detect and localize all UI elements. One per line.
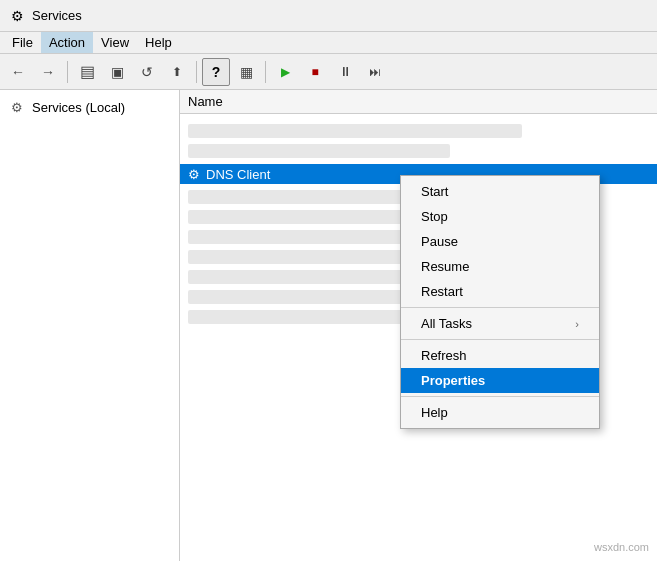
step-button[interactable]: ⏭ [361,58,389,86]
list-button[interactable]: ▣ [103,58,131,86]
column-header-name: Name [180,90,657,114]
menu-action[interactable]: Action [41,32,93,53]
blurred-row [188,124,522,138]
main-layout: ⚙ Services (Local) Name ⚙ DNS Client [0,90,657,561]
ctx-sep-2 [401,339,599,340]
watermark: wsxdn.com [594,541,649,553]
toolbar-sep-1 [67,61,68,83]
blurred-row [188,144,450,158]
ctx-all-tasks[interactable]: All Tasks › [401,311,599,336]
title-bar-title: Services [32,8,82,23]
sidebar-item-services-local[interactable]: ⚙ Services (Local) [0,94,179,120]
pause-button[interactable]: ⏸ [331,58,359,86]
sidebar-item-label: Services (Local) [32,100,125,115]
menu-view[interactable]: View [93,32,137,53]
refresh-button[interactable]: ↺ [133,58,161,86]
ctx-sep-1 [401,307,599,308]
ctx-start[interactable]: Start [401,179,599,204]
blurred-row [188,230,427,244]
view-toggle-button[interactable]: ▦ [232,58,260,86]
ctx-restart[interactable]: Restart [401,279,599,304]
toolbar-sep-3 [265,61,266,83]
ctx-stop[interactable]: Stop [401,204,599,229]
content-area: Name ⚙ DNS Client Start Stop Pause [180,90,657,561]
help-button[interactable]: ? [202,58,230,86]
ctx-refresh[interactable]: Refresh [401,343,599,368]
toolbar-sep-2 [196,61,197,83]
sidebar: ⚙ Services (Local) [0,90,180,561]
title-bar-icon: ⚙ [8,7,26,25]
ctx-help[interactable]: Help [401,400,599,425]
submenu-arrow-icon: › [575,318,579,330]
ctx-pause[interactable]: Pause [401,229,599,254]
sidebar-icon: ⚙ [8,98,26,116]
toolbar: ← → ▤ ▣ ↺ ⬆ ? ▦ ▶ ■ ⏸ ⏭ [0,54,657,90]
ctx-sep-3 [401,396,599,397]
dns-client-label: DNS Client [206,167,270,182]
ctx-properties[interactable]: Properties [401,368,599,393]
ctx-resume[interactable]: Resume [401,254,599,279]
menu-bar: File Action View Help [0,32,657,54]
title-bar: ⚙ Services [0,0,657,32]
stop-button[interactable]: ■ [301,58,329,86]
menu-help[interactable]: Help [137,32,180,53]
menu-file[interactable]: File [4,32,41,53]
play-button[interactable]: ▶ [271,58,299,86]
forward-button[interactable]: → [34,58,62,86]
context-menu: Start Stop Pause Resume Restart All Task… [400,175,600,429]
show-hide-button[interactable]: ▤ [73,58,101,86]
back-button[interactable]: ← [4,58,32,86]
export-button[interactable]: ⬆ [163,58,191,86]
dns-client-icon: ⚙ [188,167,200,182]
